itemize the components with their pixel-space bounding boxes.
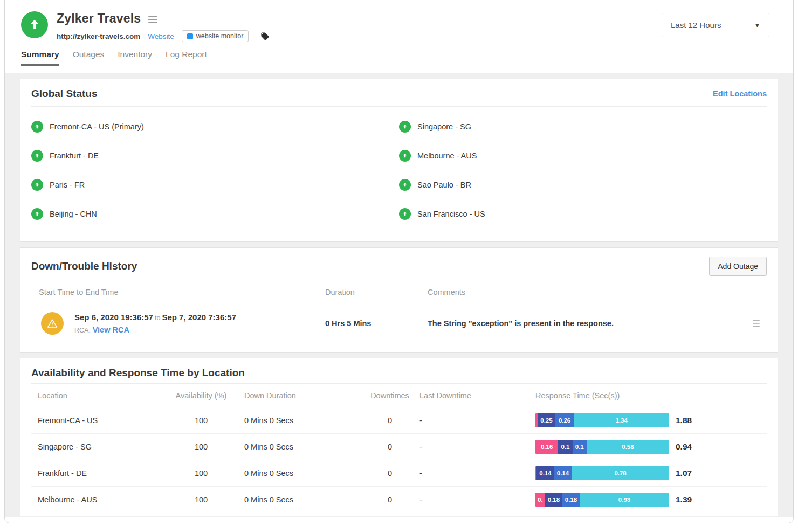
- outage-row: Sep 6, 2020 19:36:57toSep 7, 2020 7:36:5…: [31, 303, 767, 344]
- row-location: Fremont-CA - US: [31, 416, 158, 425]
- availability-title: Availability and Response Time by Locati…: [31, 367, 245, 379]
- row-last-downtime: -: [419, 469, 535, 478]
- down-history-table: Start Time to End Time Duration Comments: [20, 282, 778, 352]
- row-location: Melbourne - AUS: [31, 495, 158, 504]
- response-time-bar: 0.160.10.10.58: [535, 440, 669, 454]
- availability-table: Location Availability (%) Down Duration …: [20, 384, 778, 516]
- table-row: Melbourne - AUS 100 0 Mins 0 Secs 0 - 0.…: [31, 487, 767, 513]
- time-range-dropdown[interactable]: Last 12 Hours ▼: [662, 13, 769, 37]
- tab-inventory[interactable]: Inventory: [118, 50, 152, 66]
- row-menu-icon[interactable]: ☰: [752, 318, 767, 329]
- location-name: Sao Paulo - BR: [417, 181, 471, 189]
- bar-segment: 0.25: [538, 413, 555, 427]
- column-header-duration: Duration: [325, 288, 428, 296]
- location-status-item: Fremont-CA - US (Primary): [31, 112, 399, 141]
- row-availability: 100: [158, 443, 244, 451]
- bar-segment: 0.93: [580, 493, 669, 507]
- row-last-downtime: -: [419, 495, 535, 504]
- location-name: Frankfurt - DE: [50, 151, 99, 160]
- row-downtimes: 0: [360, 416, 419, 425]
- column-header-start-end: Start Time to End Time: [31, 288, 325, 296]
- status-up-icon: [31, 121, 43, 133]
- time-range-value: Last 12 Hours: [671, 20, 721, 30]
- tag-icon[interactable]: [260, 32, 270, 41]
- row-availability: 100: [158, 416, 244, 425]
- bar-segment: 0.1: [558, 440, 572, 454]
- location-name: Singapore - SG: [417, 122, 471, 131]
- down-history-title: Down/Trouble History: [31, 260, 137, 272]
- column-header-last-downtime: Last Downtime: [419, 391, 535, 400]
- page-title: Zylker Travels: [57, 11, 141, 26]
- global-status-card: Global Status Edit Locations Fremont-CA …: [20, 79, 778, 242]
- location-status-item: Sao Paulo - BR: [399, 170, 767, 199]
- status-up-icon: [31, 179, 43, 191]
- trouble-warning-icon: [41, 312, 64, 335]
- bar-segment: 0.58: [587, 440, 669, 454]
- app-window: Zylker Travels http://zylker-travels.com…: [4, 0, 794, 523]
- response-time-total: 1.39: [676, 495, 692, 505]
- location-status-grid: Fremont-CA - US (Primary) Singapore - SG…: [20, 107, 778, 241]
- outage-end-time: Sep 7, 2020 7:36:57: [162, 313, 236, 322]
- row-availability: 100: [158, 469, 244, 478]
- edit-locations-link[interactable]: Edit Locations: [713, 89, 767, 98]
- status-up-icon: [31, 208, 43, 220]
- outage-to-label: to: [153, 314, 162, 322]
- bar-segment: 0.16: [535, 440, 558, 454]
- location-status-item: Melbourne - AUS: [399, 141, 767, 170]
- website-type-link[interactable]: Website: [148, 32, 174, 40]
- tab-log-report[interactable]: Log Report: [166, 50, 207, 66]
- monitor-header: Zylker Travels http://zylker-travels.com…: [5, 1, 793, 73]
- row-location: Singapore - SG: [31, 443, 158, 451]
- row-availability: 100: [158, 495, 244, 504]
- bar-segment: 0.18: [545, 493, 562, 507]
- outage-start-time: Sep 6, 2020 19:36:57: [74, 313, 153, 322]
- bar-segment: 0.14: [554, 466, 572, 480]
- monitor-badge-square-icon: [187, 33, 193, 39]
- view-rca-link[interactable]: View RCA: [93, 326, 129, 334]
- column-header-availability: Availability (%): [158, 391, 244, 400]
- row-location: Frankfurt - DE: [31, 469, 158, 478]
- down-trouble-history-card: Down/Trouble History Add Outage Start Ti…: [20, 247, 778, 353]
- monitor-actions-menu-icon[interactable]: [148, 14, 157, 24]
- chevron-down-icon: ▼: [754, 22, 760, 29]
- status-up-icon: [399, 208, 411, 220]
- status-up-icon: [31, 150, 43, 162]
- status-up-icon: [21, 11, 48, 38]
- row-last-downtime: -: [419, 443, 535, 451]
- tab-outages[interactable]: Outages: [73, 50, 105, 66]
- response-time-bar: 0.250.261.34: [535, 413, 669, 427]
- bar-segment: 0.: [535, 493, 545, 507]
- location-name: Fremont-CA - US (Primary): [50, 122, 144, 131]
- location-status-item: Beijing - CHN: [31, 199, 399, 229]
- outage-duration: 0 Hrs 5 Mins: [325, 319, 428, 328]
- monitor-badge-label: website monitor: [196, 32, 244, 40]
- column-header-downtimes: Downtimes: [360, 391, 419, 400]
- row-down-duration: 0 Mins 0 Secs: [244, 416, 360, 425]
- bar-segment: 0.26: [555, 413, 574, 427]
- column-header-response-time: Response Time (Sec(s)): [535, 391, 767, 400]
- tab-summary[interactable]: Summary: [21, 50, 59, 66]
- bar-segment: 0.78: [572, 466, 669, 480]
- response-time-total: 0.94: [676, 442, 692, 452]
- location-status-item: Paris - FR: [31, 170, 399, 199]
- bar-segment: 0.18: [562, 493, 580, 507]
- column-header-comments: Comments: [428, 288, 767, 296]
- rca-label: RCA:: [74, 327, 91, 334]
- monitor-url: http://zylker-travels.com: [57, 32, 140, 40]
- location-status-item: Singapore - SG: [399, 112, 767, 141]
- location-status-item: Frankfurt - DE: [31, 141, 399, 170]
- response-time-bar: 0.140.140.78: [535, 466, 669, 480]
- row-downtimes: 0: [360, 469, 419, 478]
- row-down-duration: 0 Mins 0 Secs: [244, 495, 360, 504]
- response-time-total: 1.07: [676, 468, 692, 478]
- location-name: San Francisco - US: [417, 210, 485, 218]
- availability-card: Availability and Response Time by Locati…: [20, 358, 778, 516]
- monitor-type-badge[interactable]: website monitor: [182, 30, 249, 42]
- table-row: Singapore - SG 100 0 Mins 0 Secs 0 - 0.1…: [31, 434, 767, 460]
- row-down-duration: 0 Mins 0 Secs: [244, 469, 360, 478]
- main-content: Global Status Edit Locations Fremont-CA …: [5, 73, 793, 517]
- status-up-icon: [399, 150, 411, 162]
- table-row: Frankfurt - DE 100 0 Mins 0 Secs 0 - 0.1…: [31, 460, 767, 487]
- add-outage-button[interactable]: Add Outage: [709, 257, 767, 276]
- global-status-title: Global Status: [31, 88, 97, 100]
